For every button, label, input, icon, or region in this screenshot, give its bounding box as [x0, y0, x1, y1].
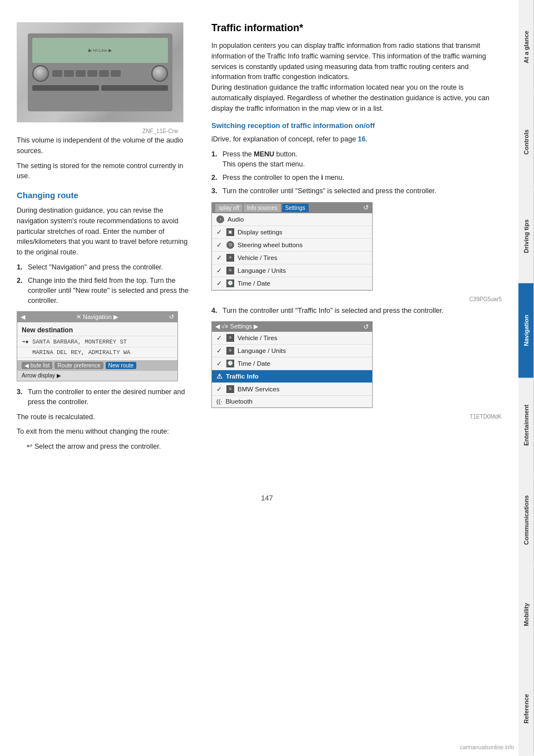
- settings-tabs: splay off Info sources Settings: [215, 204, 309, 212]
- sidebar-tab-mobility[interactable]: Mobility: [518, 567, 534, 662]
- traffic-step-2: 2. Press the controller to open the i me…: [211, 173, 502, 183]
- step-2: 2. Change into the third field from the …: [17, 276, 195, 306]
- nav-arrow-display: Arrow display ▶: [17, 371, 177, 381]
- settings2-row-language: ✓ ≡ Language / Units: [212, 345, 372, 357]
- radio-knob: [32, 65, 49, 82]
- display-icon: ▣: [226, 228, 234, 236]
- check-icon: ✓: [216, 228, 222, 236]
- changing-route-steps: 1. Select "Navigation" and press the con…: [17, 262, 195, 306]
- page-number: 147: [0, 494, 534, 513]
- settings-row-time: ✓ 🕐 Time / Date: [212, 277, 372, 290]
- sidebar-tab-at-a-glance[interactable]: At a glance: [518, 0, 534, 95]
- right-column: Traffic information* In population cente…: [211, 22, 502, 455]
- language-icon-2: ≡: [226, 347, 234, 355]
- screen2-caption: T1ETD0MdK: [211, 414, 502, 420]
- changing-route-heading: Changing route: [17, 190, 195, 200]
- settings2-row-vehicle: ✓ ≡ Vehicle / Tires: [212, 332, 372, 345]
- check-icon-3: ✓: [216, 254, 222, 262]
- settings-screen-2-header: ◀ √≡ Settings ▶ ↺: [212, 322, 372, 332]
- vehicle-icon: ≡: [226, 254, 234, 262]
- traffic-step-3: 3. Turn the controller until "Settings" …: [211, 186, 502, 196]
- settings-row-vehicle: ✓ ≡ Vehicle / Tires: [212, 252, 372, 264]
- car-image: ▶ HI-Line ▶: [17, 22, 184, 122]
- sidebar-tab-driving-tips[interactable]: Driving tips: [518, 189, 534, 284]
- check-icon-2: ✓: [216, 241, 222, 249]
- switching-reception-heading: Switching reception of traffic informati…: [211, 121, 502, 130]
- watermark: carmanualsonline.info: [460, 744, 514, 750]
- settings-screen-1: splay off Info sources Settings ↺ ♪ Audi…: [211, 202, 373, 291]
- sidebar-tab-entertainment[interactable]: Entertainment: [518, 378, 534, 473]
- settings2-row-bmw: ✓ ≡ BMW Services: [212, 383, 372, 396]
- sidebar-tab-controls[interactable]: Controls: [518, 95, 534, 189]
- settings-screen-1-header: splay off Info sources Settings ↺: [212, 203, 372, 213]
- sidebar-tabs: At a glance Controls Driving tips Naviga…: [518, 0, 534, 756]
- settings-tab-settings: Settings: [282, 204, 309, 212]
- settings-row-steering: ✓ ⊙ Steering wheel buttons: [212, 239, 372, 252]
- settings-screen-2-body: ✓ ≡ Vehicle / Tires ✓ ≡ Language / Units…: [212, 332, 372, 408]
- setting-stored-text: The setting is stored for the remote con…: [17, 161, 195, 182]
- traffic-step-4: 4. Turn the controller until "Traffic In…: [211, 306, 502, 316]
- exit-menu-text: To exit from the menu without changing t…: [17, 426, 195, 437]
- sidebar-tab-reference[interactable]: Reference: [518, 661, 534, 756]
- page-ref-link[interactable]: 16: [358, 135, 365, 143]
- idrive-note: iDrive, for explanation of concept, refe…: [211, 134, 502, 145]
- vehicle-icon-2: ≡: [226, 334, 234, 342]
- changing-route-intro: During destination guidance, you can rev…: [17, 205, 195, 258]
- time-icon-2: 🕐: [226, 360, 234, 367]
- exit-instruction: ↩ Select the arrow and press the control…: [17, 441, 195, 451]
- bmw-icon: ≡: [226, 385, 234, 393]
- back-arrow-icon: ↩: [27, 441, 32, 451]
- nav-screen-body: New destination ➔● SANTA BARBARA, MONTER…: [17, 322, 177, 360]
- settings-tab-display: splay off: [215, 204, 243, 212]
- settings-row-display: ✓ ▣ Display settings: [212, 226, 372, 239]
- traffic-step-4-list: 4. Turn the controller until "Traffic In…: [211, 306, 502, 316]
- settings2-row-bluetooth: ((· Bluetooth: [212, 396, 372, 408]
- sidebar-tab-communications[interactable]: Communications: [518, 473, 534, 567]
- step-1: 1. Select "Navigation" and press the con…: [17, 262, 195, 272]
- image-caption: ZNF_11E-Crw: [17, 128, 178, 134]
- time-icon: 🕐: [226, 279, 234, 287]
- radio-knob-2: [151, 65, 168, 82]
- volume-independent-text: This volume is independent of the volume…: [17, 135, 195, 156]
- settings-screen-1-body: ♪ Audio ✓ ▣ Display settings ✓ ⊙ Steerin…: [212, 213, 372, 290]
- nav-screen-footer: ◀ bute list Route preference New route: [17, 360, 177, 371]
- nav-screen-changing-route: ◀ ✕ Navigation ▶ ↺ New destination ➔● SA…: [17, 311, 178, 381]
- check-icon-4: ✓: [216, 267, 222, 274]
- nav-new-destination: New destination: [17, 325, 177, 336]
- settings2-row-traffic: ⚠ Traffic Info: [212, 370, 372, 383]
- settings2-row-time: ✓ 🕐 Time / Date: [212, 357, 372, 370]
- audio-icon: ♪: [216, 215, 224, 223]
- left-column: ▶ HI-Line ▶: [17, 22, 195, 455]
- sidebar-tab-navigation[interactable]: Navigation: [518, 283, 534, 378]
- screen1-caption: C39PG5uar5: [211, 296, 502, 302]
- settings-row-audio: ♪ Audio: [212, 213, 372, 226]
- route-recalculated: The route is recalculated.: [17, 412, 195, 423]
- traffic-steps: 1. Press the MENU button.This opens the …: [211, 149, 502, 197]
- traffic-step-1: 1. Press the MENU button.This opens the …: [211, 149, 502, 169]
- settings-screen-2: ◀ √≡ Settings ▶ ↺ ✓ ≡ Vehicle / Tires ✓ …: [211, 321, 373, 408]
- nav-marina-del-rey: MARINA DEL REY, ADMIRALTY WA: [17, 347, 177, 358]
- nav-screen-header: ◀ ✕ Navigation ▶ ↺: [17, 312, 177, 322]
- nav-santa-barbara: ➔● SANTA BARBARA, MONTERREY ST: [17, 336, 177, 347]
- check-icon-5: ✓: [216, 279, 222, 287]
- steering-icon: ⊙: [226, 241, 234, 249]
- settings-tab-info-sources: Info sources: [244, 204, 280, 212]
- traffic-info-intro: In population centers you can display tr…: [211, 41, 502, 114]
- step-3-list: 3. Turn the controller to enter the desi…: [17, 387, 195, 407]
- settings-row-language: ✓ ≡ Language / Units: [212, 264, 372, 277]
- step-3: 3. Turn the controller to enter the desi…: [17, 387, 195, 407]
- traffic-info-heading: Traffic information*: [211, 22, 502, 34]
- main-content: ▶ HI-Line ▶: [0, 0, 518, 477]
- language-icon: ≡: [226, 267, 234, 274]
